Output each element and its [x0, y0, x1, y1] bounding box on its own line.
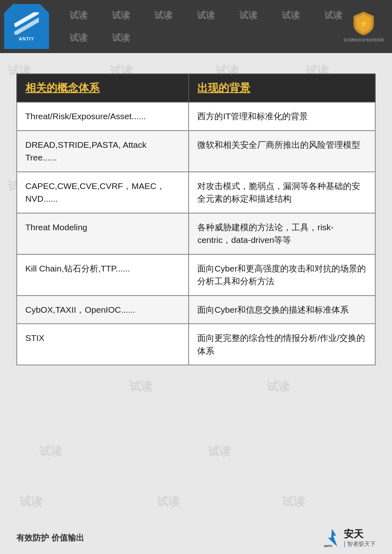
- watermark-6: 试读: [282, 9, 300, 22]
- table-row: STIX面向更完整的综合性的情报分析/作业/交换的体系: [17, 324, 375, 365]
- watermark-9: 试读: [112, 32, 130, 44]
- table-row: DREAD,STRIDE,PASTA, Attack Tree......微软和…: [17, 131, 375, 172]
- footer-brand-name: 安天: [344, 527, 363, 541]
- logo-stripes: [14, 12, 39, 35]
- footer-antiy-logo: ANTIY 安天 | 智者驭天下: [322, 527, 376, 548]
- table-cell-right-5: 面向Cyber和信息交换的描述和标准体系: [189, 296, 375, 324]
- table-cell-left-5: CybOX,TAXII，OpenIOC......: [17, 296, 189, 324]
- footer-brand-sub: | 智者驭天下: [344, 541, 376, 548]
- table-row: CAPEC,CWE,CVE,CVRF，MAEC，NVD......对攻击模式，脆…: [17, 172, 375, 213]
- watermark-3: 试读: [154, 9, 172, 22]
- svg-text:ANTIY: ANTIY: [324, 545, 332, 547]
- logo-text: ANTIY: [19, 36, 34, 41]
- watermark-4: 试读: [197, 9, 215, 22]
- table-cell-left-1: DREAD,STRIDE,PASTA, Attack Tree......: [17, 131, 189, 172]
- footer: 有效防护 价值输出 ANTIY 安天 | 智者驭天下: [0, 521, 392, 554]
- watermark-5: 试读: [239, 9, 257, 22]
- table-row: Kill Chain,钻石分析,TTP......面向Cyber和更高强度的攻击…: [17, 254, 375, 296]
- table-cell-left-0: Threat/Risk/Exposure/Asset......: [17, 102, 189, 131]
- table-cell-left-4: Kill Chain,钻石分析,TTP......: [17, 254, 189, 296]
- page-content: 试读 试读 试读 试读 试读 试读 试读 试读 试读 试读 试读 试读 试读 试…: [0, 53, 392, 554]
- top-right-tagline: 安关网络安全培训营四期: [343, 38, 384, 43]
- page-wm-16: 试读: [39, 444, 62, 459]
- svg-marker-1: [328, 529, 337, 547]
- antiy-logo: ANTIY: [4, 4, 49, 49]
- top-right-logo: ⚡ 安关网络安全培训营四期: [339, 4, 388, 49]
- table-row: CybOX,TAXII，OpenIOC......面向Cyber和信息交换的描述…: [17, 296, 375, 324]
- table-row: Threat Modeling各种威胁建模的方法论，工具，risk-centri…: [17, 213, 375, 254]
- page-wm-19: 试读: [157, 494, 180, 510]
- page-wm-14: 试读: [129, 379, 152, 394]
- page-wm-18: 试读: [20, 494, 42, 510]
- table-cell-right-4: 面向Cyber和更高强度的攻击和对抗的场景的分析工具和分析方法: [189, 254, 375, 296]
- page-wm-17: 试读: [208, 444, 231, 459]
- header: ANTIY 试读 试读 试读 试读 试读 试读 试读 试读 试读 ⚡ 安关网络安…: [0, 0, 392, 53]
- svg-text:⚡: ⚡: [359, 19, 368, 28]
- table-cell-left-2: CAPEC,CWE,CVE,CVRF，MAEC，NVD......: [17, 172, 189, 213]
- table-header-row: 相关的概念体系 出现的背景: [17, 74, 375, 102]
- table-cell-right-0: 西方的IT管理和标准化的背景: [189, 102, 375, 131]
- watermark-2: 试读: [112, 9, 130, 22]
- main-table: 相关的概念体系 出现的背景 Threat/Risk/Exposure/Asset…: [16, 73, 376, 365]
- col1-header: 相关的概念体系: [17, 74, 189, 102]
- footer-tagline: 有效防护 价值输出: [16, 532, 84, 543]
- page-wm-20: 试读: [282, 494, 305, 510]
- page-wm-15: 试读: [267, 379, 290, 394]
- watermark-8: 试读: [69, 32, 87, 44]
- table-cell-left-6: STIX: [17, 324, 189, 365]
- antiy-footer-icon: ANTIY: [322, 527, 342, 548]
- watermark-1: 试读: [69, 9, 87, 22]
- footer-brand: ANTIY 安天 | 智者驭天下: [322, 527, 376, 548]
- table-cell-right-6: 面向更完整的综合性的情报分析/作业/交换的体系: [189, 324, 375, 365]
- shield-icon: ⚡: [350, 10, 377, 37]
- table-cell-right-3: 各种威胁建模的方法论，工具，risk-centric，data-driven等等: [189, 213, 375, 254]
- table-row: Threat/Risk/Exposure/Asset......西方的IT管理和…: [17, 102, 375, 131]
- table-cell-left-3: Threat Modeling: [17, 213, 189, 254]
- table-cell-right-2: 对攻击模式，脆弱点，漏洞等各种基础的安全元素的标定和描述结构: [189, 172, 375, 213]
- table-cell-right-1: 微软和相关安全厂商所推出的风险管理模型: [189, 131, 375, 172]
- col2-header: 出现的背景: [189, 74, 375, 102]
